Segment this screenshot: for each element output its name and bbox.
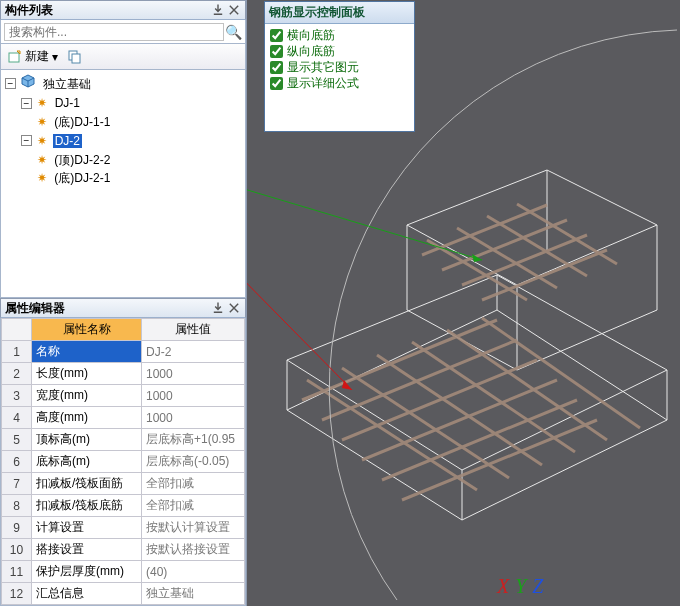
property-value[interactable]: 1000 — [142, 407, 245, 429]
close-icon[interactable] — [227, 301, 241, 315]
gear-icon: ✷ — [37, 151, 47, 169]
svg-line-25 — [247, 182, 352, 390]
property-row[interactable]: 5顶标高(m)层底标高+1(0.95 — [2, 429, 245, 451]
row-number: 2 — [2, 363, 32, 385]
axis-y: Y — [515, 575, 526, 598]
tree-dj2-label[interactable]: DJ-2 — [53, 134, 82, 148]
axis-z: Z — [532, 575, 543, 598]
svg-rect-0 — [9, 53, 19, 62]
property-name: 长度(mm) — [32, 363, 142, 385]
row-number: 11 — [2, 561, 32, 583]
property-name: 扣减板/筏板底筋 — [32, 495, 142, 517]
gear-icon: ✷ — [37, 169, 47, 187]
property-editor: 属性编辑器 属性名称 属性值 1名称DJ-22长度(mm)10003宽度(mm)… — [0, 298, 246, 606]
property-name: 底标高(m) — [32, 451, 142, 473]
property-row[interactable]: 10搭接设置按默认搭接设置 — [2, 539, 245, 561]
property-name: 搭接设置 — [32, 539, 142, 561]
component-tree[interactable]: − 独立基础 − ✷ DJ-1 ✷ (底)DJ — [3, 74, 243, 187]
property-name: 顶标高(m) — [32, 429, 142, 451]
row-number: 12 — [2, 583, 32, 605]
pin-icon[interactable] — [211, 3, 225, 17]
property-value-header: 属性值 — [142, 319, 245, 341]
property-row[interactable]: 9计算设置按默认计算设置 — [2, 517, 245, 539]
property-row[interactable]: 11保护层厚度(mm)(40) — [2, 561, 245, 583]
component-toolbar: 新建 ▾ — [0, 44, 246, 70]
row-number: 5 — [2, 429, 32, 451]
tree-root-label[interactable]: 独立基础 — [41, 77, 93, 91]
property-name: 保护层厚度(mm) — [32, 561, 142, 583]
tree-dj1-label[interactable]: DJ-1 — [53, 96, 82, 110]
tree-collapse-icon[interactable]: − — [21, 98, 32, 109]
property-value[interactable]: 按默认搭接设置 — [142, 539, 245, 561]
search-icon[interactable]: 🔍 — [224, 24, 242, 40]
viewport-3d[interactable]: 钢筋显示控制面板 横向底筋 纵向底筋 显示其它图元 显示详细公式 — [247, 0, 680, 606]
row-number: 10 — [2, 539, 32, 561]
cube-icon — [21, 74, 35, 93]
property-name: 宽度(mm) — [32, 385, 142, 407]
property-name: 扣减板/筏板面筋 — [32, 473, 142, 495]
property-editor-header: 属性编辑器 — [0, 298, 246, 318]
row-number: 1 — [2, 341, 32, 363]
property-value[interactable]: 独立基础 — [142, 583, 245, 605]
axis-x: X — [497, 575, 509, 598]
property-row[interactable]: 6底标高(m)层底标高(-0.05) — [2, 451, 245, 473]
property-name: 高度(mm) — [32, 407, 142, 429]
svg-line-13 — [447, 330, 607, 440]
property-row[interactable]: 12汇总信息独立基础 — [2, 583, 245, 605]
property-name: 汇总信息 — [32, 583, 142, 605]
property-value[interactable]: 按默认计算设置 — [142, 517, 245, 539]
property-editor-title: 属性编辑器 — [5, 300, 209, 317]
component-list-header: 构件列表 — [0, 0, 246, 20]
component-list-title: 构件列表 — [5, 2, 209, 19]
search-input[interactable] — [4, 23, 224, 41]
property-value[interactable]: 1000 — [142, 363, 245, 385]
row-number: 8 — [2, 495, 32, 517]
search-row: 🔍 — [0, 20, 246, 44]
tree-collapse-icon[interactable]: − — [21, 135, 32, 146]
gear-icon: ✷ — [37, 94, 47, 112]
row-number: 6 — [2, 451, 32, 473]
tree-dj2b-label[interactable]: (底)DJ-2-1 — [52, 171, 112, 185]
property-row[interactable]: 8扣减板/筏板底筋全部扣减 — [2, 495, 245, 517]
row-number: 3 — [2, 385, 32, 407]
copy-button[interactable] — [65, 48, 85, 66]
property-row[interactable]: 7扣减板/筏板面筋全部扣减 — [2, 473, 245, 495]
property-row[interactable]: 1名称DJ-2 — [2, 341, 245, 363]
gear-icon: ✷ — [37, 113, 47, 131]
axis-gizmo: X Y Z — [497, 575, 543, 598]
property-name: 名称 — [32, 341, 142, 363]
property-value[interactable]: DJ-2 — [142, 341, 245, 363]
tree-collapse-icon[interactable]: − — [5, 78, 16, 89]
property-value[interactable]: 全部扣减 — [142, 495, 245, 517]
tree-dj1b-label[interactable]: (底)DJ-1-1 — [52, 115, 112, 129]
pin-icon[interactable] — [211, 301, 225, 315]
property-name-header: 属性名称 — [32, 319, 142, 341]
property-value[interactable]: 全部扣减 — [142, 473, 245, 495]
svg-line-18 — [482, 250, 607, 300]
svg-rect-2 — [72, 54, 80, 63]
row-number: 4 — [2, 407, 32, 429]
property-row[interactable]: 4高度(mm)1000 — [2, 407, 245, 429]
new-button-label: 新建 — [25, 48, 49, 65]
property-corner — [2, 319, 32, 341]
property-table[interactable]: 属性名称 属性值 1名称DJ-22长度(mm)10003宽度(mm)10004高… — [1, 318, 245, 605]
row-number: 7 — [2, 473, 32, 495]
tree-dj2t-label[interactable]: (顶)DJ-2-2 — [52, 153, 112, 167]
new-button[interactable]: 新建 ▾ — [5, 46, 61, 67]
row-number: 9 — [2, 517, 32, 539]
close-icon[interactable] — [227, 3, 241, 17]
property-row[interactable]: 2长度(mm)1000 — [2, 363, 245, 385]
property-name: 计算设置 — [32, 517, 142, 539]
property-row[interactable]: 3宽度(mm)1000 — [2, 385, 245, 407]
chevron-down-icon: ▾ — [52, 50, 58, 64]
property-value[interactable]: 层底标高+1(0.95 — [142, 429, 245, 451]
property-value[interactable]: 1000 — [142, 385, 245, 407]
property-value[interactable]: (40) — [142, 561, 245, 583]
property-value[interactable]: 层底标高(-0.05) — [142, 451, 245, 473]
gear-icon: ✷ — [37, 132, 47, 150]
